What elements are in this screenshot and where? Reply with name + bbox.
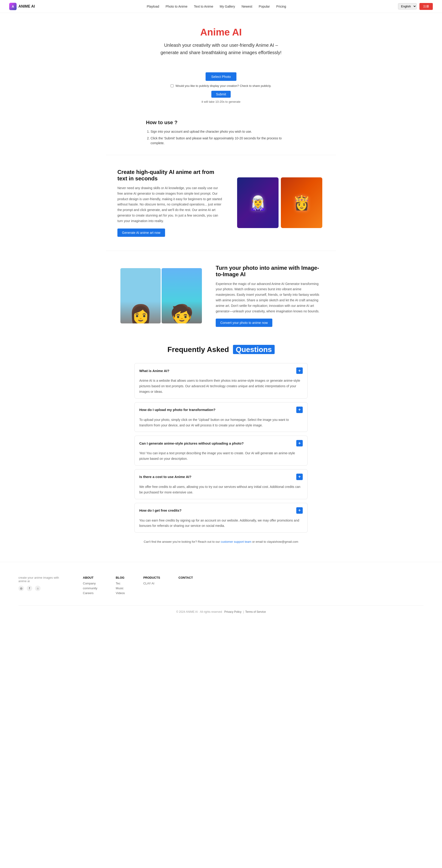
faq-title-normal: Frequently Asked <box>167 345 229 353</box>
footer-brand: create your anime images with anime ai ◎… <box>19 576 64 596</box>
nav-popular[interactable]: Popular <box>259 5 270 8</box>
faq-answer-4: We offer free credits to all users, allo… <box>135 484 307 499</box>
time-note: it will take 10-20s to generate <box>5 100 437 103</box>
submit-button[interactable]: Submit <box>211 91 231 98</box>
terms-of-service-link[interactable]: Terms of Service <box>245 610 266 614</box>
feature1-section: Create high-quality AI anime art from te… <box>94 169 348 237</box>
social-twitter-icon[interactable]: ◎ <box>19 586 24 591</box>
footer-blog-title: BLOG <box>116 576 125 579</box>
faq-toggle-2[interactable]: + <box>296 407 303 413</box>
footer-col-contact: CONTACT <box>178 576 193 596</box>
public-checkbox-label: Would you like to publicly display your … <box>175 84 271 88</box>
logo[interactable]: A ANIME AI <box>9 3 35 10</box>
faq-answer-3: Yes! You can input a text prompt describ… <box>135 451 307 465</box>
footer-tec-link[interactable]: Tec <box>116 582 125 585</box>
upload-section: Select Photo Would you like to publicly … <box>0 65 442 110</box>
feature1-title: Create high-quality AI anime art from te… <box>117 169 223 182</box>
faq-title-highlight: Questions <box>233 345 274 354</box>
faq-title: Frequently Asked Questions <box>134 345 308 354</box>
feature2-description: Experience the magic of our advanced Ani… <box>216 281 321 314</box>
faq-question-5[interactable]: How do I get free credits? + <box>135 503 307 518</box>
register-button[interactable]: 注册 <box>419 3 433 10</box>
feature1-description: Never need any drawing skills or AI know… <box>117 185 223 224</box>
footer-products-title: PRODUCTS <box>143 576 160 579</box>
feature2-title: Turn your photo into anime with Image-to… <box>216 265 321 278</box>
feature1-text: Create high-quality AI anime art from te… <box>117 169 223 237</box>
feature2-text: Turn your photo into anime with Image-to… <box>216 265 321 327</box>
faq-toggle-1[interactable]: + <box>296 367 303 374</box>
hero-subtitle: Unleash your creativity with our user-fr… <box>157 41 285 56</box>
faq-toggle-3[interactable]: + <box>296 440 303 446</box>
hero-title: Anime AI <box>5 27 437 38</box>
faq-answer-5: You can earn free credits by signing up … <box>135 518 307 533</box>
faq-toggle-5[interactable]: + <box>296 507 303 514</box>
photo-before: 👩 <box>121 268 161 323</box>
divider-1 <box>106 155 336 155</box>
nav-pricing[interactable]: Pricing <box>276 5 286 8</box>
footer: create your anime images with anime ai ◎… <box>0 562 442 620</box>
faq-item-1: What is Anime AI? + Anime AI is a websit… <box>134 363 308 398</box>
footer-community-link[interactable]: community <box>83 587 97 590</box>
footer-bottom: © 2024 ANIME AI · All rights reserved Pr… <box>19 606 423 614</box>
feature2-cta-button[interactable]: Convert your photo to anime now <box>216 318 272 327</box>
faq-answer-2: To upload your photo, simply click on th… <box>135 417 307 432</box>
logo-icon: A <box>9 3 16 10</box>
before-person-icon: 👩 <box>129 305 152 323</box>
faq-question-2[interactable]: How do I upload my photo for transformat… <box>135 402 307 417</box>
social-github-icon[interactable]: ⌂ <box>35 586 40 591</box>
footer-top: create your anime images with anime ai ◎… <box>19 576 423 596</box>
faq-section: Frequently Asked Questions What is Anime… <box>129 345 313 544</box>
feature2-section: 👩 🧒 Turn your photo into anime with Imag… <box>94 265 348 327</box>
nav-links: Playload Photo to Anime Text to Anime My… <box>147 5 286 8</box>
navbar: A ANIME AI Playload Photo to Anime Text … <box>0 0 442 13</box>
nav-photo-to-anime[interactable]: Photo to Anime <box>166 5 188 8</box>
nav-my-gallery[interactable]: My Gallery <box>219 5 235 8</box>
how-to-use-section: How to use ? Sign into your account and … <box>140 120 302 146</box>
anime-image-2: 👸 <box>281 177 322 228</box>
footer-contact-title: CONTACT <box>178 576 193 579</box>
faq-answer-1: Anime AI is a website that allows users … <box>135 378 307 398</box>
after-person-icon: 🧒 <box>170 305 193 323</box>
footer-company-link[interactable]: Company <box>83 582 97 585</box>
how-to-use-title: How to use ? <box>146 120 296 126</box>
select-photo-button[interactable]: Select Photo <box>206 72 236 81</box>
footer-copyright: © 2024 ANIME AI · All rights reserved Pr… <box>19 610 423 614</box>
footer-careers-link[interactable]: Careers <box>83 591 97 595</box>
footer-col-blog: BLOG Tec Music Videos <box>116 576 125 596</box>
nav-text-to-anime[interactable]: Text to Anime <box>194 5 213 8</box>
anime-char-1: 🧝‍♀️ <box>249 195 267 211</box>
faq-item-2: How do I upload my photo for transformat… <box>134 402 308 432</box>
footer-videos-link[interactable]: Videos <box>116 591 125 595</box>
public-checkbox[interactable] <box>171 84 174 87</box>
step-2: Click the 'Submit' button and please wai… <box>150 136 296 146</box>
anime-image-1: 🧝‍♀️ <box>237 177 278 228</box>
faq-footer-note: Can't find the answer you're looking for… <box>134 540 308 544</box>
public-checkbox-row: Would you like to publicly display your … <box>5 84 437 88</box>
privacy-policy-link[interactable]: Privacy Policy <box>224 610 241 614</box>
faq-item-5: How do I get free credits? + You can ear… <box>134 503 308 533</box>
anime-char-2: 👸 <box>293 195 310 211</box>
feature1-cta-button[interactable]: Generate AI anime art now <box>117 228 165 237</box>
footer-about-title: ABOUT <box>83 576 97 579</box>
feature1-images: 🧝‍♀️ 👸 <box>237 177 325 228</box>
footer-tagline: create your anime images with anime ai <box>19 576 64 583</box>
nav-newest[interactable]: Newest <box>241 5 252 8</box>
faq-toggle-4[interactable]: + <box>296 474 303 480</box>
nav-playload[interactable]: Playload <box>147 5 159 8</box>
navbar-right: English 中文 注册 <box>398 3 433 10</box>
faq-question-1[interactable]: What is Anime AI? + <box>135 363 307 378</box>
footer-clay-ai-link[interactable]: CLAY AI <box>143 582 160 585</box>
faq-question-3[interactable]: Can I generate anime-style pictures with… <box>135 436 307 451</box>
footer-music-link[interactable]: Music <box>116 587 125 590</box>
photo-after: 🧒 <box>162 268 202 323</box>
support-link[interactable]: customer support team <box>221 540 251 544</box>
language-select[interactable]: English 中文 <box>398 3 417 9</box>
footer-col-about: ABOUT Company community Careers <box>83 576 97 596</box>
faq-item-4: Is there a cost to use Anime AI? + We of… <box>134 469 308 499</box>
footer-social: ◎ f ⌂ <box>19 586 64 591</box>
step-1: Sign into your account and upload the ch… <box>150 129 296 134</box>
faq-question-4[interactable]: Is there a cost to use Anime AI? + <box>135 469 307 484</box>
faq-item-3: Can I generate anime-style pictures with… <box>134 436 308 466</box>
footer-col-products: PRODUCTS CLAY AI <box>143 576 160 596</box>
social-facebook-icon[interactable]: f <box>27 586 32 591</box>
